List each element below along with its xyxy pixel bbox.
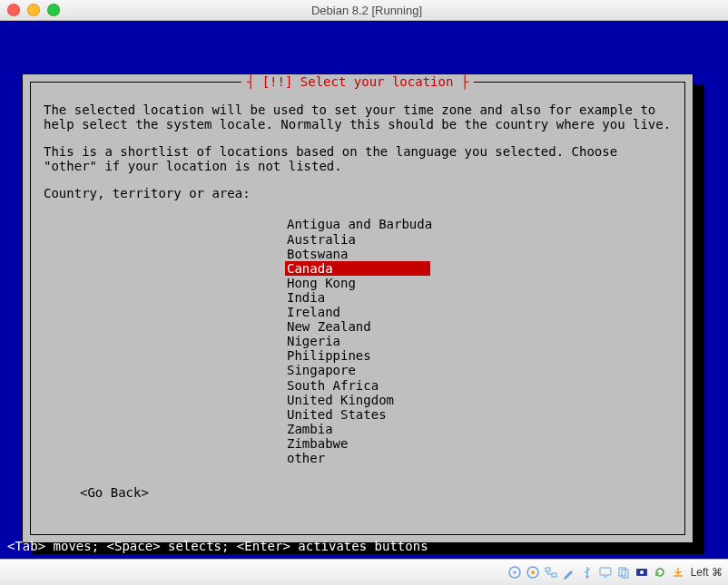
location-option[interactable]: Ireland bbox=[285, 305, 430, 319]
dialog-text-2: This is a shortlist of locations based o… bbox=[44, 144, 672, 173]
zoom-window-button[interactable] bbox=[47, 4, 60, 16]
dialog-prompt: Country, territory or area: bbox=[44, 186, 672, 200]
disc-indicator-icon[interactable] bbox=[526, 565, 540, 580]
location-option[interactable]: Zimbabwe bbox=[285, 436, 430, 451]
dialog-body: The selected location will be used to se… bbox=[44, 102, 672, 500]
refresh-icon[interactable] bbox=[653, 565, 667, 580]
dialog-text-1: The selected location will be used to se… bbox=[44, 102, 672, 132]
location-option[interactable]: Philippines bbox=[285, 348, 430, 363]
vm-status-bar: Left ⌘ bbox=[0, 559, 728, 585]
traffic-lights bbox=[7, 4, 60, 16]
installer-console: ┤ [!!] Select your location ├ The select… bbox=[0, 21, 728, 559]
location-option[interactable]: New Zealand bbox=[285, 319, 430, 334]
location-option[interactable]: Singapore bbox=[285, 363, 430, 377]
location-dialog: ┤ [!!] Select your location ├ The select… bbox=[22, 73, 694, 543]
usb-icon[interactable] bbox=[580, 565, 595, 580]
svg-rect-4 bbox=[546, 568, 550, 571]
svg-point-6 bbox=[585, 576, 588, 579]
download-icon[interactable] bbox=[671, 565, 685, 580]
network-icon[interactable] bbox=[544, 565, 558, 580]
location-option[interactable]: Nigeria bbox=[285, 334, 430, 348]
location-option[interactable]: Botswana bbox=[285, 247, 430, 261]
window-title: Debian 8.2 [Running] bbox=[67, 4, 666, 17]
dialog-frame: ┤ [!!] Select your location ├ The select… bbox=[30, 82, 685, 535]
pencil-icon[interactable] bbox=[562, 565, 576, 580]
go-back-button[interactable]: <Go Back> bbox=[80, 485, 672, 500]
location-option[interactable]: other bbox=[285, 451, 430, 465]
recorder-icon[interactable] bbox=[635, 565, 649, 580]
location-option[interactable]: Hong Kong bbox=[285, 276, 430, 290]
svg-rect-7 bbox=[600, 568, 611, 575]
svg-point-1 bbox=[513, 571, 516, 574]
display-icon[interactable] bbox=[598, 565, 613, 580]
location-option[interactable]: India bbox=[285, 290, 430, 305]
location-option[interactable]: United Kingdom bbox=[285, 393, 430, 407]
location-option[interactable]: Australia bbox=[285, 232, 430, 247]
location-option[interactable]: Antigua and Barbuda bbox=[285, 217, 430, 231]
svg-point-3 bbox=[531, 570, 535, 574]
minimize-window-button[interactable] bbox=[27, 4, 40, 16]
svg-rect-5 bbox=[552, 573, 556, 577]
location-option[interactable]: Canada bbox=[285, 261, 430, 276]
clipboard-icon[interactable] bbox=[616, 565, 631, 580]
location-option[interactable]: South Africa bbox=[285, 378, 430, 393]
window-titlebar: Debian 8.2 [Running] bbox=[0, 0, 728, 21]
location-option[interactable]: United States bbox=[285, 407, 430, 422]
location-list[interactable]: Antigua and BarbudaAustraliaBotswanaCana… bbox=[285, 217, 430, 465]
keyboard-hint: <Tab> moves; <Space> selects; <Enter> ac… bbox=[7, 539, 428, 553]
location-option[interactable]: Zambia bbox=[285, 422, 430, 436]
dialog-header: ┤ [!!] Select your location ├ bbox=[241, 74, 474, 89]
optical-disc-icon[interactable] bbox=[507, 565, 522, 580]
host-key-indicator: Left ⌘ bbox=[691, 566, 723, 579]
svg-point-11 bbox=[640, 570, 644, 574]
close-window-button[interactable] bbox=[7, 4, 20, 16]
